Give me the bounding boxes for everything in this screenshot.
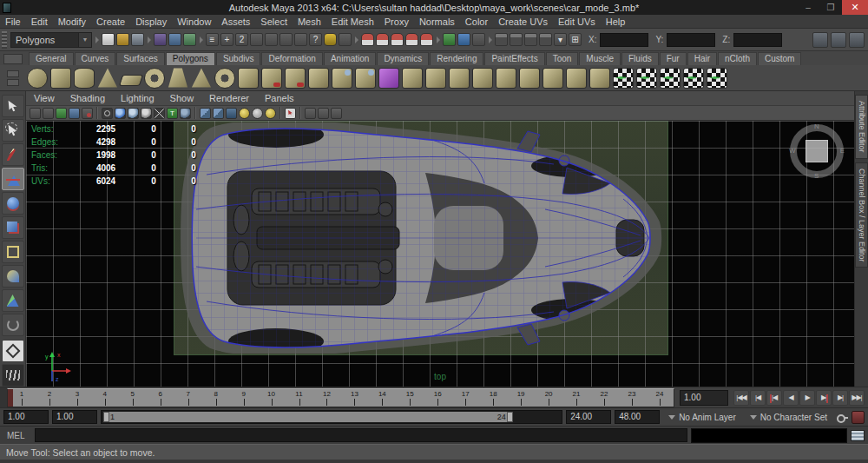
select-curves-icon[interactable]: 2 — [235, 33, 248, 46]
menu-item[interactable]: File — [0, 15, 26, 29]
planar-mapping-icon[interactable] — [613, 68, 634, 89]
menu-item[interactable]: Window — [172, 15, 216, 29]
resolution-gate-icon[interactable] — [305, 108, 316, 119]
playback-start-field[interactable]: 1.00 — [52, 410, 97, 424]
save-scene-icon[interactable] — [131, 33, 144, 46]
shelf-tab[interactable]: Curves — [75, 52, 116, 65]
shelf-tab[interactable]: PaintEffects — [484, 52, 544, 65]
select-misc-icon[interactable] — [294, 33, 307, 46]
channel-box-toggle-icon[interactable] — [849, 32, 865, 48]
shelf-tab[interactable]: Toon — [546, 52, 579, 65]
menu-item[interactable]: Proxy — [379, 15, 414, 29]
select-tool[interactable] — [2, 95, 24, 117]
playback-end-field[interactable]: 24.00 — [566, 410, 611, 424]
camera-attributes-icon[interactable] — [43, 108, 54, 119]
highlight-selection-icon[interactable]: ≡ — [206, 33, 219, 46]
close-button[interactable]: ✕ — [842, 0, 868, 15]
menu-item[interactable]: Display — [130, 15, 172, 29]
select-hierarchy-icon[interactable] — [154, 33, 167, 46]
frame-tick[interactable]: 15 — [396, 389, 424, 407]
animation-end-field[interactable]: 48.00 — [615, 410, 660, 424]
group-collapse-arrow[interactable] — [435, 32, 441, 48]
select-component-icon[interactable] — [183, 33, 196, 46]
go-to-start-button[interactable]: |◀◀ — [733, 390, 749, 406]
xray-icon[interactable] — [226, 108, 237, 119]
step-back-frame-button[interactable]: |◀ — [750, 390, 766, 406]
snap-view-plane-icon[interactable] — [420, 33, 433, 46]
snap-grid-icon[interactable] — [361, 33, 374, 46]
shelf-tab[interactable]: General — [29, 52, 74, 65]
poly-cylinder-icon[interactable] — [74, 68, 95, 89]
extrude-icon[interactable] — [542, 68, 563, 89]
menu-item[interactable]: Assets — [216, 15, 255, 29]
shelf-tab[interactable]: Polygons — [166, 52, 215, 65]
group-collapse-arrow[interactable] — [198, 32, 204, 48]
reduce-icon[interactable] — [402, 68, 423, 89]
help-icon[interactable]: ? — [309, 33, 322, 46]
minimize-button[interactable]: – — [797, 0, 819, 15]
poly-torus-icon[interactable] — [144, 68, 165, 89]
group-collapse-arrow[interactable] — [353, 32, 359, 48]
soft-modification-tool[interactable] — [2, 265, 24, 288]
rotate-tool[interactable] — [2, 192, 24, 215]
shelf-toggle-button[interactable] — [3, 54, 23, 64]
selection-mask-icon[interactable]: ⊞ — [569, 33, 582, 46]
frame-tick[interactable]: 23 — [618, 389, 646, 407]
select-points-icon[interactable]: + — [220, 33, 233, 46]
auto-keyframe-toggle[interactable] — [852, 411, 865, 424]
shelf-tab[interactable]: Fur — [660, 52, 687, 65]
select-hulls-icon[interactable] — [265, 33, 278, 46]
mel-label[interactable]: MEL — [3, 431, 31, 440]
frame-tick[interactable]: 12 — [312, 389, 340, 407]
menu-item[interactable]: Create — [91, 15, 130, 29]
frame-tick[interactable]: 16 — [424, 389, 451, 407]
menu-item[interactable]: Help — [601, 15, 631, 29]
make-live-icon[interactable] — [443, 33, 456, 46]
character-set-dropdown[interactable]: No Character Set — [745, 410, 832, 425]
cylindrical-mapping-icon[interactable] — [636, 68, 657, 89]
viewcube[interactable]: N E S W — [790, 124, 844, 178]
highlight-affected-icon[interactable] — [339, 33, 352, 46]
universal-manipulator-tool[interactable] — [2, 241, 24, 263]
snap-projected-icon[interactable] — [405, 33, 418, 46]
new-scene-icon[interactable] — [102, 33, 115, 46]
sidebar-tab[interactable]: Channel Box / Layer Editor — [855, 162, 868, 268]
group-collapse-arrow[interactable] — [487, 32, 493, 48]
shelf-tab[interactable]: Animation — [324, 52, 376, 65]
single-pane-layout-button[interactable] — [2, 340, 24, 362]
two-sided-lighting-icon[interactable] — [213, 108, 224, 119]
set-key-icon[interactable] — [836, 411, 848, 423]
frame-tick[interactable]: 13 — [340, 389, 368, 407]
ipr-render-icon[interactable] — [510, 33, 523, 46]
dock-handle[interactable] — [2, 31, 7, 49]
frame-tick[interactable]: 10 — [258, 389, 286, 407]
menu-set-selector[interactable]: Polygons ▼ — [10, 32, 92, 48]
play-forwards-button[interactable]: ▶ — [799, 390, 815, 406]
y-coord-input[interactable] — [667, 33, 715, 47]
poly-sphere-icon[interactable] — [27, 68, 48, 89]
menu-item[interactable]: Edit — [26, 15, 53, 29]
menu-item[interactable]: Create UVs — [493, 15, 553, 29]
shelf-tab[interactable]: Muscle — [579, 52, 621, 65]
flat-shade-all-icon[interactable] — [141, 108, 152, 119]
cut-faces-icon[interactable] — [496, 68, 516, 89]
separate-icon[interactable] — [285, 68, 306, 89]
move-tool[interactable] — [2, 168, 24, 190]
anim-layer-dropdown[interactable]: No Anim Layer — [663, 410, 741, 425]
uv-editor-icon[interactable] — [707, 68, 727, 89]
select-lines-icon[interactable] — [279, 33, 293, 46]
light3-icon[interactable] — [265, 108, 276, 119]
poly-pipe-icon[interactable] — [214, 68, 235, 89]
shading-menu-icon[interactable] — [331, 108, 342, 119]
frame-tick[interactable]: 20 — [535, 389, 562, 407]
frame-tick[interactable]: 14 — [368, 389, 396, 407]
construction-history-icon[interactable] — [472, 33, 485, 46]
shelf-tab[interactable]: Fluids — [621, 52, 659, 65]
bridge-icon[interactable] — [589, 68, 610, 89]
range-bar[interactable]: 1 24 — [103, 412, 513, 422]
shelf-tab[interactable]: Rendering — [430, 52, 483, 65]
shelf-tab[interactable]: Custom — [758, 52, 801, 65]
menu-item[interactable]: Edit UVs — [553, 15, 601, 29]
triangulate-icon[interactable] — [425, 68, 446, 89]
shelf-menu-button[interactable] — [2, 66, 24, 90]
